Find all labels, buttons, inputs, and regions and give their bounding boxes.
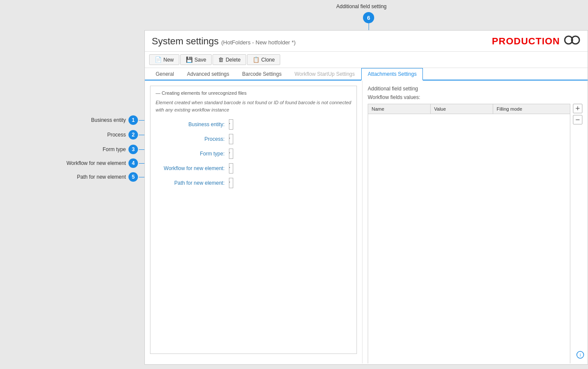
page-title: System settings xyxy=(152,36,219,47)
tab-attachments-settings[interactable]: Attachments Settings xyxy=(361,68,423,81)
badge-1: 1 xyxy=(128,115,138,125)
brand-logo-icon xyxy=(563,35,581,45)
delete-icon: 🗑 xyxy=(218,56,224,63)
svg-text:i: i xyxy=(580,353,581,357)
tab-workflow-startup-settings: Workflow StartUp Settings xyxy=(288,68,361,80)
header-title-area: System settings (HotFolders - New hotfol… xyxy=(152,36,296,47)
ann-label-5: Path for new element xyxy=(77,174,126,180)
unrecognized-files-section: Creating elements for unrecognized files… xyxy=(150,86,357,354)
clone-label: Clone xyxy=(261,57,275,63)
ann-business-entity: Business entity 1 xyxy=(0,115,138,125)
add-row-button[interactable]: + xyxy=(573,104,582,113)
form-type-select[interactable] xyxy=(229,149,233,159)
workflow-new-element-select-wrapper xyxy=(229,163,351,174)
brand-icon xyxy=(563,35,581,48)
top-annotation-area: Additional field setting 6 xyxy=(0,0,588,30)
section-title: Creating elements for unrecognized files xyxy=(156,90,351,96)
outer-wrapper: Additional field setting 6 Business enti… xyxy=(0,0,588,369)
col-name-header: Name xyxy=(368,104,431,114)
table-header-row: Name Value Filling mode xyxy=(368,104,570,114)
right-panel-title: Additional field setting xyxy=(368,86,582,92)
info-svg: i xyxy=(576,351,584,359)
tabs-bar: General Advanced settings Barcode Settin… xyxy=(145,68,588,81)
content-area: Creating elements for unrecognized files… xyxy=(145,81,588,363)
remove-row-button[interactable]: − xyxy=(573,115,582,124)
table-body xyxy=(368,114,570,363)
delete-label: Delete xyxy=(225,57,241,63)
badge-5: 5 xyxy=(128,172,138,182)
minus-icon: − xyxy=(575,116,580,124)
ann-process: Process 2 xyxy=(0,130,138,140)
tab-barcode-settings[interactable]: Barcode Settings xyxy=(236,68,288,80)
business-entity-label: Business entity: xyxy=(156,121,229,127)
col-fill-mode-header: Filling mode xyxy=(493,104,570,114)
process-select-wrapper xyxy=(229,134,351,144)
main-panel: System settings (HotFolders - New hotfol… xyxy=(144,30,588,365)
clone-icon: 📋 xyxy=(253,56,260,63)
save-label: Save xyxy=(194,57,206,63)
tab-general[interactable]: General xyxy=(149,68,181,80)
ann-label-4: Workflow for new element xyxy=(66,160,126,166)
ann-label-1: Business entity xyxy=(91,117,126,123)
section-description: Element created when standard barcode is… xyxy=(156,99,351,113)
path-new-element-select[interactable] xyxy=(229,178,233,188)
new-button[interactable]: 📄 New xyxy=(149,54,179,65)
path-new-element-row: Path for new element: xyxy=(156,178,351,188)
process-label: Process: xyxy=(156,136,229,142)
brand-label: PRODUCTION xyxy=(492,36,560,47)
header: System settings (HotFolders - New hotfol… xyxy=(145,31,588,52)
form-type-select-wrapper xyxy=(229,149,351,159)
form-type-label: Form type: xyxy=(156,151,229,157)
workflow-new-element-row: Workflow for new element: xyxy=(156,163,351,174)
page-subtitle: (HotFolders - New hotfolder *) xyxy=(221,39,296,46)
delete-button[interactable]: 🗑 Delete xyxy=(213,54,246,65)
left-annotation-area: Business entity 1 Process 2 Form type 3 … xyxy=(0,30,144,369)
business-entity-row: Business entity: xyxy=(156,119,351,130)
new-icon: 📄 xyxy=(155,56,162,63)
new-label: New xyxy=(163,57,174,63)
path-new-element-select-wrapper xyxy=(229,178,351,188)
badge-2: 2 xyxy=(128,130,138,140)
plus-icon: + xyxy=(575,105,580,112)
process-select[interactable] xyxy=(229,134,233,144)
right-panel-subtitle: Workflow fields values: xyxy=(368,94,582,100)
table-area: Name Value Filling mode + − xyxy=(368,104,582,363)
business-entity-select-wrapper xyxy=(229,119,351,130)
ann-label-3: Form type xyxy=(103,146,126,152)
tab-advanced-settings[interactable]: Advanced settings xyxy=(181,68,236,80)
clone-button[interactable]: 📋 Clone xyxy=(247,54,280,65)
brand-area: PRODUCTION xyxy=(492,35,581,48)
workflow-new-element-label: Workflow for new element: xyxy=(156,165,229,171)
annotation-line-6 xyxy=(369,23,369,30)
table-actions: + − xyxy=(573,104,582,124)
workflow-new-element-select[interactable] xyxy=(229,163,233,174)
business-entity-select[interactable] xyxy=(229,119,233,130)
badge-6: 6 xyxy=(363,12,374,23)
left-panel: Creating elements for unrecognized files… xyxy=(145,81,363,363)
badge-3: 3 xyxy=(128,145,138,154)
ann-form-type: Form type 3 xyxy=(0,145,138,154)
save-button[interactable]: 💾 Save xyxy=(180,54,212,65)
col-value-header: Value xyxy=(431,104,493,114)
right-panel: Additional field setting Workflow fields… xyxy=(363,81,588,363)
ann-path-new-element: Path for new element 5 xyxy=(0,172,138,182)
form-type-row: Form type: xyxy=(156,149,351,159)
save-icon: 💾 xyxy=(186,56,193,63)
badge-4: 4 xyxy=(128,158,138,168)
workflow-fields-table: Name Value Filling mode xyxy=(368,104,570,363)
additional-field-label: Additional field setting xyxy=(336,3,387,9)
path-new-element-label: Path for new element: xyxy=(156,180,229,186)
toolbar: 📄 New 💾 Save 🗑 Delete 📋 Clone xyxy=(145,52,588,68)
info-icon[interactable]: i xyxy=(576,351,584,360)
process-row: Process: xyxy=(156,134,351,144)
ann-workflow-new-element: Workflow for new element 4 xyxy=(0,158,138,168)
ann-label-2: Process xyxy=(107,132,126,138)
